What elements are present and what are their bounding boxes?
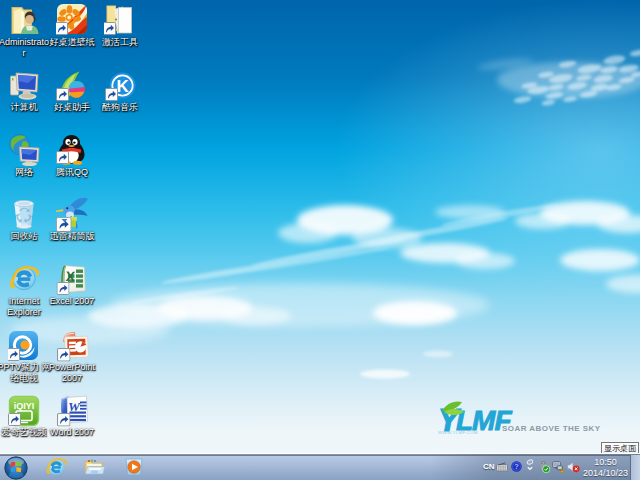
svg-text:WWW.YLMF.COM: WWW.YLMF.COM [438, 430, 478, 435]
svg-text:W: W [68, 399, 81, 414]
svg-text:?: ? [514, 462, 519, 471]
svg-text:K: K [117, 77, 130, 96]
svg-text:iQIYI: iQIYI [14, 401, 35, 411]
svg-text:SOAR ABOVE THE SKY: SOAR ABOVE THE SKY [502, 424, 601, 433]
